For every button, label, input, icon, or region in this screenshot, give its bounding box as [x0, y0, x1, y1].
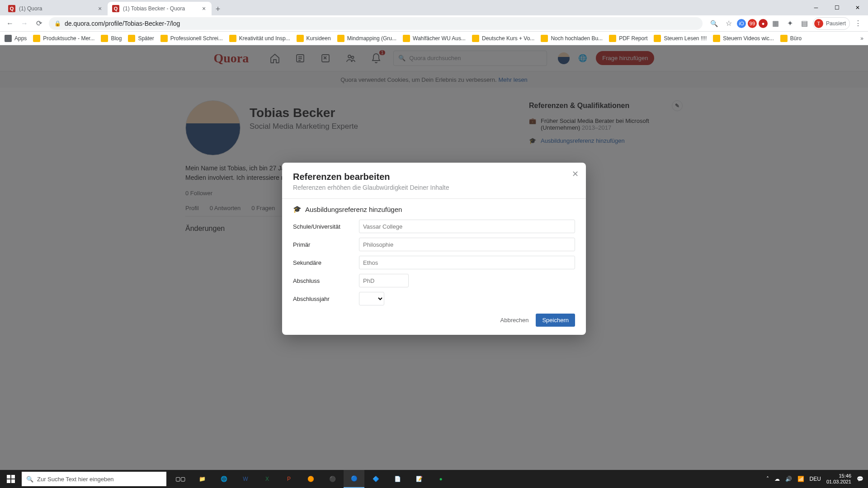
- taskbar-apps: ▢▢ 📁 🌐 W X P 🟠 ⚫ 🔵 🔷 📄 📝 ●: [170, 470, 451, 488]
- excel-icon[interactable]: X: [257, 470, 278, 488]
- browser-tab-active[interactable]: Q (1) Tobias Becker - Quora ×: [108, 2, 212, 15]
- folder-icon: [403, 35, 410, 42]
- bookmark-item[interactable]: Büro: [780, 35, 802, 42]
- bookmark-item[interactable]: Später: [128, 35, 154, 42]
- app-icon[interactable]: 📄: [387, 470, 408, 488]
- new-tab-button[interactable]: +: [212, 3, 224, 15]
- secondary-label: Sekundäre: [293, 259, 359, 266]
- bookmark-apps[interactable]: Apps: [5, 35, 27, 42]
- browser-tab[interactable]: Q (1) Quora ×: [4, 2, 108, 15]
- notepad-icon[interactable]: 📝: [409, 470, 429, 488]
- svg-rect-5: [11, 475, 15, 479]
- folder-icon: [713, 35, 720, 42]
- explorer-icon[interactable]: 📁: [192, 470, 212, 488]
- bookmark-item[interactable]: Produktsuche - Mer...: [33, 35, 94, 42]
- degree-input[interactable]: [359, 274, 409, 287]
- edge-legacy-icon[interactable]: 🌐: [213, 470, 234, 488]
- star-icon[interactable]: ☆: [722, 17, 735, 30]
- wifi-icon[interactable]: 📶: [797, 476, 804, 482]
- bookmark-item[interactable]: Steuern Videos wic...: [713, 35, 774, 42]
- extension-icon[interactable]: ●: [759, 19, 768, 28]
- extension-icon[interactable]: ▦: [769, 17, 782, 30]
- browser-menu-icon[interactable]: ⋮: [852, 17, 864, 30]
- url-input[interactable]: 🔒 de.quora.com/profile/Tobias-Becker-7/l…: [49, 17, 703, 30]
- minimize-button[interactable]: ─: [806, 0, 826, 15]
- folder-icon: [654, 35, 661, 42]
- profile-chip[interactable]: T Pausiert: [813, 17, 850, 30]
- tab-title: (1) Quora: [19, 5, 93, 12]
- search-icon: 🔍: [26, 476, 33, 483]
- bookmark-item[interactable]: Steuern Lesen !!!!: [654, 35, 707, 42]
- start-button[interactable]: [0, 470, 22, 488]
- edge-icon[interactable]: 🔷: [365, 470, 386, 488]
- folder-icon: [780, 35, 788, 42]
- bookmark-item[interactable]: Mindmapping (Gru...: [337, 35, 396, 42]
- app-icon[interactable]: 🟠: [300, 470, 321, 488]
- extension-icon[interactable]: 99: [748, 19, 757, 28]
- bookmark-item[interactable]: Professionell Schrei...: [160, 35, 223, 42]
- secondary-input[interactable]: [359, 256, 575, 269]
- maximize-button[interactable]: ☐: [826, 0, 847, 15]
- close-icon[interactable]: ×: [201, 5, 207, 12]
- modal-overlay[interactable]: ✕ Referenzen bearbeiten Referenzen erhöh…: [0, 45, 868, 470]
- school-label: Schule/Universität: [293, 223, 359, 230]
- chrome-icon[interactable]: 🔵: [344, 470, 364, 488]
- bookmark-item[interactable]: Kursideen: [297, 35, 331, 42]
- taskbar-clock[interactable]: 15:46 01.03.2021: [826, 473, 851, 485]
- cancel-button[interactable]: Abbrechen: [500, 317, 529, 324]
- extensions-menu-icon[interactable]: ✦: [784, 17, 797, 30]
- window-controls: ─ ☐ ✕: [806, 0, 868, 15]
- bookmark-item[interactable]: Noch hochladen Bu...: [541, 35, 603, 42]
- edit-credentials-modal: ✕ Referenzen bearbeiten Referenzen erhöh…: [282, 163, 586, 335]
- primary-input[interactable]: [359, 238, 575, 251]
- windows-taskbar: 🔍 Zur Suche Text hier eingeben ▢▢ 📁 🌐 W …: [0, 470, 868, 488]
- browser-titlebar: Q (1) Quora × Q (1) Tobias Becker - Quor…: [0, 0, 868, 15]
- apps-icon: [5, 35, 12, 42]
- quora-favicon: Q: [112, 5, 119, 12]
- credential-form: Schule/Universität Primär Sekundäre Absc…: [293, 220, 575, 305]
- bookmarks-overflow[interactable]: »: [860, 35, 863, 42]
- spotify-icon[interactable]: ●: [430, 470, 451, 488]
- close-icon[interactable]: ✕: [572, 169, 579, 179]
- extension-icon[interactable]: iO: [737, 19, 746, 28]
- zoom-icon[interactable]: 🔍: [708, 17, 721, 30]
- taskbar-search[interactable]: 🔍 Zur Suche Text hier eingeben: [22, 472, 166, 486]
- year-label: Abschlussjahr: [293, 296, 359, 302]
- language-indicator[interactable]: DEU: [810, 476, 821, 482]
- modal-actions: Abbrechen Speichern: [293, 314, 575, 327]
- close-window-button[interactable]: ✕: [847, 0, 868, 15]
- volume-icon[interactable]: 🔊: [785, 476, 792, 482]
- save-button[interactable]: Speichern: [536, 314, 575, 327]
- primary-label: Primär: [293, 241, 359, 248]
- year-select[interactable]: [359, 292, 384, 305]
- folder-icon: [472, 35, 479, 42]
- tray-chevron-icon[interactable]: ˄: [766, 476, 769, 482]
- bookmark-item[interactable]: Blog: [101, 35, 122, 42]
- obs-icon[interactable]: ⚫: [322, 470, 343, 488]
- svg-rect-7: [11, 479, 15, 483]
- forward-button[interactable]: →: [18, 17, 31, 30]
- bookmark-item[interactable]: Deutsche Kurs + Vo...: [472, 35, 534, 42]
- school-input[interactable]: [359, 220, 575, 233]
- bookmark-item[interactable]: Wahlfächer WU Aus...: [403, 35, 466, 42]
- divider: [282, 198, 586, 199]
- tab-title: (1) Tobias Becker - Quora: [123, 5, 197, 12]
- bookmarks-bar: Apps Produktsuche - Mer... Blog Später P…: [0, 32, 868, 45]
- back-button[interactable]: ←: [4, 17, 16, 30]
- bookmark-item[interactable]: PDF Report: [609, 35, 647, 42]
- word-icon[interactable]: W: [235, 470, 256, 488]
- reload-button[interactable]: ⟳: [33, 17, 45, 30]
- folder-icon: [337, 35, 344, 42]
- folder-icon: [160, 35, 168, 42]
- folder-icon: [229, 35, 236, 42]
- powerpoint-icon[interactable]: P: [278, 470, 299, 488]
- system-tray: ˄ ☁ 🔊 📶 DEU 15:46 01.03.2021 💬: [762, 473, 868, 485]
- task-view-icon[interactable]: ▢▢: [170, 470, 191, 488]
- action-center-icon[interactable]: 💬: [857, 476, 863, 482]
- onedrive-icon[interactable]: ☁: [774, 476, 780, 482]
- folder-icon: [297, 35, 304, 42]
- reading-list-icon[interactable]: ▤: [798, 17, 811, 30]
- close-icon[interactable]: ×: [97, 5, 103, 12]
- bookmark-item[interactable]: Kreativität und Insp...: [229, 35, 290, 42]
- folder-icon: [541, 35, 548, 42]
